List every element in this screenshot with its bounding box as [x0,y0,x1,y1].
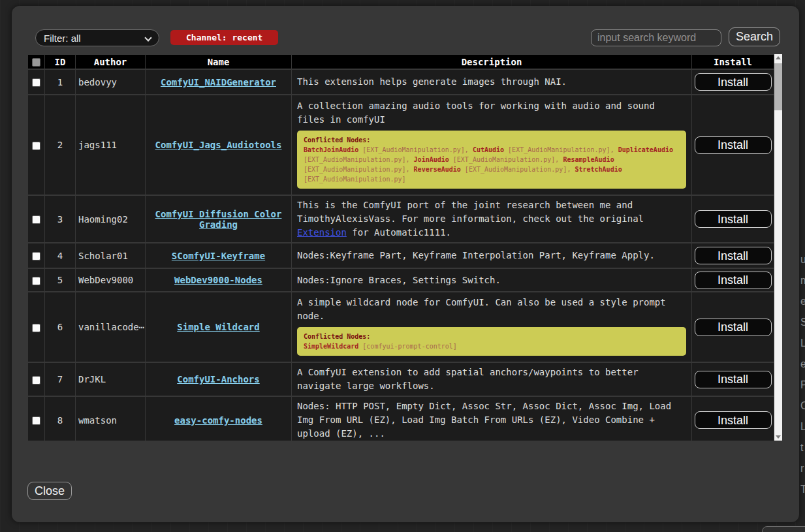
table-row: 4Scholar01SComfyUI-KeyframeNodes:Keyfram… [28,243,774,268]
extension-name-link[interactable]: SComfyUI-Keyframe [172,251,265,261]
row-author: bedovyy [76,70,145,94]
row-checkbox[interactable] [32,215,40,224]
row-checkbox[interactable] [32,252,40,260]
table-row: 5WebDev9000WebDev9000-NodesNodes:Ignore … [28,269,774,291]
extension-name-link[interactable]: easy-comfy-nodes [174,415,262,426]
row-description: Nodes: HTTP POST, Empty Dict, Assoc Str,… [292,397,691,441]
table-row: 6vanillacode⋯Simple WildcardA simple wil… [28,292,774,362]
row-id: 1 [45,70,75,94]
extension-name-link[interactable]: ComfyUI Diffusion Color Grading [155,209,282,230]
extension-name-link[interactable]: ComfyUI-Anchors [177,374,259,384]
install-button[interactable]: Install [695,136,772,154]
extension-name-link[interactable]: ComfyUI_NAIDGenerator [161,77,276,87]
table-scrollbar[interactable] [774,54,782,441]
conflict-node-source: [EXT_AudioManipulation.py] [304,156,406,163]
triangle-up-icon [776,56,781,59]
install-button[interactable]: Install [695,210,772,228]
column-header-author: Author [76,55,145,69]
row-checkbox[interactable] [32,324,40,332]
conflicted-nodes-title: Conflicted Nodes: [304,332,680,341]
row-author: WebDev9000 [76,269,145,291]
extensions-table-body: 1bedovyyComfyUI_NAIDGeneratorThis extens… [28,70,774,441]
filter-select[interactable]: Filter: all [35,29,159,46]
conflict-node-name: DuplicateAudio [618,146,673,153]
row-author: DrJKL [76,363,145,396]
conflict-node-source: [EXT_AudioManipulation.py] [504,146,610,153]
row-id: 4 [45,243,75,268]
row-id: 8 [45,397,75,441]
row-description: A simple wildcard node for ComfyUI. Can … [292,292,691,362]
table-row: 8wmatsoneasy-comfy-nodesNodes: HTTP POST… [28,397,774,441]
table-row: 3Haoming02ComfyUI Diffusion Color Gradin… [28,196,774,242]
column-header-id: ID [45,55,75,69]
extension-name-link[interactable]: WebDev9000-Nodes [174,275,262,285]
custom-nodes-manager-dialog: Filter: all Channel: recent Search ID Au… [12,6,799,522]
conflict-node-source: [EXT_AudioManipulation.py] [449,156,556,163]
close-button[interactable]: Close [27,482,72,500]
conflict-node-name: BatchJoinAudio [304,146,358,153]
conflict-node-name: SimpleWildcard [304,343,358,350]
install-button[interactable]: Install [695,319,772,336]
conflicted-nodes-warning: Conflicted Nodes:SimpleWildcard [comfyui… [297,327,686,356]
background-panel-corner [762,526,805,532]
conflict-node-source: [EXT_AudioManipulation.py] [304,176,406,183]
scrollbar-up-button[interactable] [774,54,782,62]
row-description: This extension helps generate images thr… [292,70,691,94]
row-checkbox[interactable] [32,416,40,425]
conflicted-nodes-warning: Conflicted Nodes:BatchJoinAudio [EXT_Aud… [297,131,686,189]
row-author: wmatson [76,397,145,441]
description-inline-link[interactable]: Extension [297,227,347,238]
scrollbar-thumb[interactable] [774,63,782,110]
extensions-table: ID Author Name Description Install 1bedo… [27,54,774,441]
conflict-node-name: JoinAudio [414,156,449,163]
extension-name-link[interactable]: ComfyUI_Jags_Audiotools [155,140,282,150]
row-id: 5 [45,269,75,291]
row-author: vanillacode⋯ [76,292,145,362]
channel-badge-button[interactable]: Channel: recent [170,30,278,45]
triangle-down-icon [776,435,781,439]
row-checkbox[interactable] [32,78,40,87]
row-description: This is the ComfyUI port of the joint re… [292,196,691,242]
conflicted-nodes-title: Conflicted Nodes: [304,135,680,145]
conflict-node-source: [comfyui-prompt-control] [358,343,457,350]
search-input[interactable] [591,29,721,46]
row-author: Haoming02 [76,196,145,242]
column-header-install: Install [692,55,774,69]
row-id: 7 [45,363,75,396]
row-author: Scholar01 [76,243,145,268]
install-button[interactable]: Install [695,272,772,289]
row-checkbox[interactable] [32,277,40,285]
extension-name-link[interactable]: Simple Wildcard [177,322,259,332]
row-id: 3 [45,196,75,242]
conflict-node-source: [EXT_AudioManipulation.py] [461,166,567,173]
row-author: jags111 [76,95,145,195]
row-id: 6 [45,292,75,362]
scrollbar-down-button[interactable] [774,433,782,441]
conflict-node-source: [EXT_AudioManipulation.py] [304,166,406,173]
background-ui-text-fragments: u m e S L e P C L t r T [800,249,805,510]
conflict-node-name: CutAudio [473,146,504,153]
row-description: Nodes:Ignore Braces, Settings Switch. [292,269,691,291]
select-all-checkbox[interactable] [32,58,40,67]
row-description: A collection amazing audio tools for wor… [292,95,691,195]
conflict-node-name: ResampleAudio [563,156,614,163]
table-row: 1bedovyyComfyUI_NAIDGeneratorThis extens… [28,70,774,94]
row-description: A ComfyUI extension to add spatial ancho… [292,363,691,396]
conflict-node-name: StretchAudio [575,166,622,173]
row-id: 2 [45,95,75,195]
table-row: 2jags111ComfyUI_Jags_AudiotoolsA collect… [28,95,774,195]
install-button[interactable]: Install [695,73,772,91]
conflict-node-name: ReverseAudio [414,166,461,173]
search-button[interactable]: Search [729,27,780,46]
install-button[interactable]: Install [695,411,772,429]
install-button[interactable]: Install [695,371,772,388]
conflict-node-source: [EXT_AudioManipulation.py] [358,146,465,153]
row-checkbox[interactable] [32,142,40,150]
table-header-row: ID Author Name Description Install [28,55,774,69]
column-header-description: Description [292,55,691,69]
row-checkbox[interactable] [32,376,40,384]
install-button[interactable]: Install [695,247,772,264]
table-row: 7DrJKLComfyUI-AnchorsA ComfyUI extension… [28,363,774,396]
row-description: Nodes:Keyframe Part, Keyframe Interpolat… [292,243,691,268]
extensions-table-wrapper: ID Author Name Description Install 1bedo… [27,54,774,441]
